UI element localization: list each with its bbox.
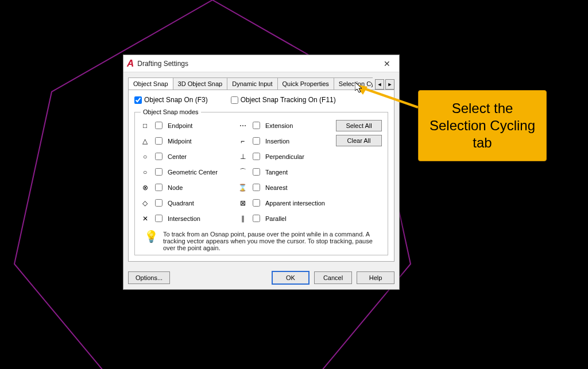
extension-label: Extension [265,122,293,129]
autocad-logo-icon: A [127,58,134,69]
tab-quick-properties[interactable]: Quick Properties [277,77,334,90]
tab-selection-cycling[interactable]: Selection Cycling [334,77,373,90]
object-snap-tracking-input[interactable] [231,96,238,104]
endpoint-checkbox[interactable] [155,122,163,129]
options-button[interactable]: Options... [128,271,170,284]
apparent-intersection-icon: ⊠ [238,199,247,207]
object-snap-on-input[interactable] [134,96,142,104]
tangent-label: Tangent [265,169,288,176]
tangent-icon: ⌒ [238,168,247,176]
tab-strip: Object Snap 3D Object Snap Dynamic Input… [123,72,399,90]
help-button[interactable]: Help [357,271,394,284]
endpoint-icon: □ [141,121,149,130]
tab-scroll: ◄ ► [375,79,394,90]
perpendicular-checkbox[interactable] [253,153,260,160]
select-all-button[interactable]: Select All [336,120,382,131]
instruction-callout: Select the Selection Cycling tab [418,90,547,161]
apparent-intersection-label: Apparent intersection [265,200,325,207]
center-label: Center [168,153,187,160]
instruction-callout-text: Select the Selection Cycling tab [430,100,535,150]
node-label: Node [168,184,183,191]
perpendicular-icon: ⊥ [238,152,247,161]
intersection-icon: ✕ [141,214,149,223]
intersection-checkbox[interactable] [155,215,163,222]
object-snap-modes-group: Object Snap modes □Endpoint △Midpoint ○C… [134,108,388,255]
nearest-icon: ⌛ [238,183,247,192]
parallel-checkbox[interactable] [253,215,260,222]
midpoint-checkbox[interactable] [155,137,163,145]
parallel-label: Parallel [265,215,287,222]
nearest-label: Nearest [265,184,288,191]
geometric-center-checkbox[interactable] [155,168,163,176]
geometric-center-label: Geometric Center [168,169,218,176]
midpoint-icon: △ [141,137,149,145]
extension-icon: ⋯ [238,121,247,130]
tab-content: Object Snap On (F3) Object Snap Tracking… [128,90,394,262]
nearest-checkbox[interactable] [253,184,260,191]
quadrant-label: Quadrant [168,200,194,207]
insertion-icon: ⌐ [238,137,247,145]
object-snap-modes-legend: Object Snap modes [141,108,201,115]
cancel-button[interactable]: Cancel [314,271,352,284]
midpoint-label: Midpoint [168,138,192,145]
parallel-icon: ∥ [238,214,247,223]
center-checkbox[interactable] [155,153,163,160]
endpoint-label: Endpoint [168,122,192,129]
insertion-label: Insertion [265,138,289,145]
object-snap-tracking-checkbox[interactable]: Object Snap Tracking On (F11) [231,96,336,104]
tab-object-snap[interactable]: Object Snap [128,77,173,90]
quadrant-icon: ◇ [141,199,149,207]
tab-scroll-right-button[interactable]: ► [385,79,394,90]
geometric-center-icon: ○ [141,168,149,176]
dialog-footer: Options... OK Cancel Help [123,266,399,289]
quadrant-checkbox[interactable] [155,199,163,207]
object-snap-tracking-label: Object Snap Tracking On (F11) [241,96,336,104]
lightbulb-icon: 💡 [144,231,158,251]
ok-button[interactable]: OK [272,271,310,285]
dialog-title: Drafting Settings [137,60,378,68]
drafting-settings-dialog: A Drafting Settings ✕ Object Snap 3D Obj… [123,55,400,290]
tracking-tip: 💡 To track from an Osnap point, pause ov… [141,231,382,251]
tab-3d-object-snap[interactable]: 3D Object Snap [173,77,228,90]
tangent-checkbox[interactable] [253,168,260,176]
perpendicular-label: Perpendicular [265,153,304,160]
center-icon: ○ [141,152,149,161]
object-snap-on-checkbox[interactable]: Object Snap On (F3) [134,96,208,104]
node-icon: ⊗ [141,183,149,192]
object-snap-on-label: Object Snap On (F3) [144,96,208,104]
tracking-tip-text: To track from an Osnap point, pause over… [163,231,378,251]
tab-scroll-left-button[interactable]: ◄ [375,79,384,90]
clear-all-button[interactable]: Clear All [336,135,382,146]
insertion-checkbox[interactable] [253,137,260,145]
node-checkbox[interactable] [155,184,163,191]
tab-dynamic-input[interactable]: Dynamic Input [227,77,277,90]
apparent-intersection-checkbox[interactable] [253,199,260,207]
intersection-label: Intersection [168,215,200,222]
titlebar: A Drafting Settings ✕ [123,55,399,72]
close-button[interactable]: ✕ [378,57,396,71]
extension-checkbox[interactable] [253,122,260,129]
